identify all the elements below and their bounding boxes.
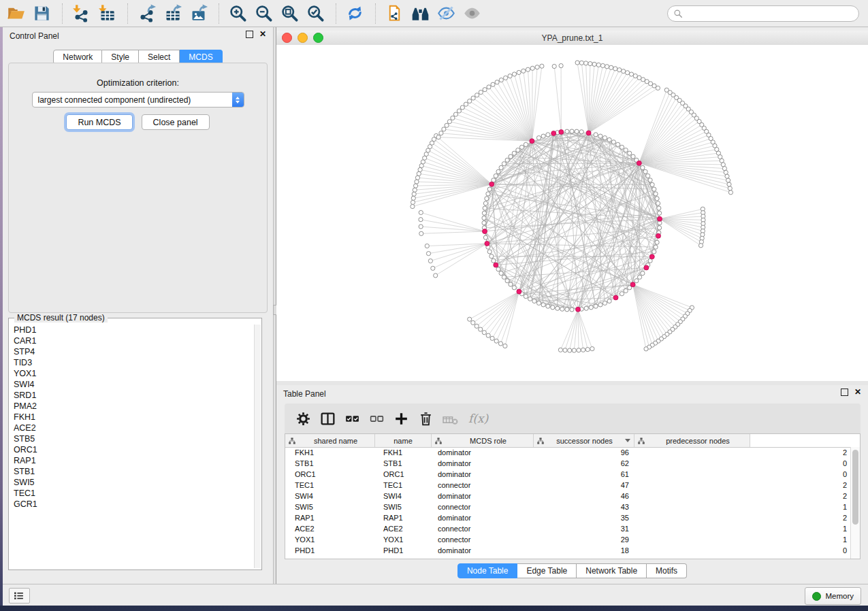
mcds-result-item[interactable]: ACE2 bbox=[10, 423, 254, 433]
network-canvas[interactable] bbox=[276, 45, 868, 381]
table-cell: connector bbox=[432, 480, 534, 491]
export-table-button[interactable] bbox=[161, 2, 186, 25]
close-window-icon[interactable] bbox=[282, 33, 292, 43]
search-input[interactable] bbox=[683, 7, 858, 20]
mcds-result-item[interactable]: STB1 bbox=[10, 466, 254, 477]
mcds-buttons-row: Run MCDS Close panel bbox=[9, 114, 267, 130]
maximize-window-icon[interactable] bbox=[313, 33, 323, 43]
table-cell: 1 bbox=[634, 523, 851, 534]
hide-selected-button[interactable] bbox=[435, 2, 460, 25]
zoom-in-button[interactable] bbox=[227, 2, 251, 25]
control-panel: Control Panel ✕ NetworkStyleSelectMCDS O… bbox=[3, 27, 273, 584]
tab-motifs[interactable]: Motifs bbox=[647, 563, 687, 578]
table-row[interactable]: TEC1TEC1connector472 bbox=[285, 480, 851, 491]
table-cell: 96 bbox=[534, 447, 634, 458]
mcds-result-item[interactable]: FKH1 bbox=[10, 412, 254, 423]
network-window: YPA_prune.txt_1 bbox=[276, 31, 868, 381]
function-builder-button[interactable]: f(x) bbox=[468, 412, 488, 425]
table-row[interactable]: SWI4SWI4dominator462 bbox=[285, 491, 851, 501]
search-objects-button[interactable] bbox=[409, 2, 434, 25]
tab-node-table[interactable]: Node Table bbox=[457, 563, 518, 578]
network-window-titlebar[interactable]: YPA_prune.txt_1 bbox=[276, 31, 868, 46]
table-row[interactable]: ORC1ORC1dominator610 bbox=[285, 469, 851, 480]
mcds-result-item[interactable]: SRD1 bbox=[10, 390, 254, 401]
float-panel-icon[interactable] bbox=[246, 31, 253, 38]
memory-button[interactable]: Memory bbox=[805, 587, 861, 605]
mcds-result-item[interactable]: STB5 bbox=[10, 433, 254, 444]
table-settings-button[interactable] bbox=[291, 406, 316, 431]
mcds-result-item[interactable]: PHD1 bbox=[10, 325, 254, 335]
table-cell: 46 bbox=[534, 491, 634, 501]
zoom-selected-button[interactable] bbox=[304, 2, 329, 25]
table-scrollbar[interactable] bbox=[850, 447, 860, 559]
table-panel-titlebar: Table Panel ✕ bbox=[276, 385, 868, 403]
mcds-result-item[interactable]: YOX1 bbox=[10, 368, 254, 379]
import-network-button[interactable] bbox=[70, 2, 95, 25]
close-table-panel-icon[interactable]: ✕ bbox=[854, 389, 861, 396]
table-row[interactable]: ACE2ACE2connector311 bbox=[285, 523, 851, 534]
mcds-result-item[interactable]: GCR1 bbox=[10, 499, 254, 510]
mcds-result-item[interactable]: STP4 bbox=[10, 346, 254, 357]
minimize-window-icon[interactable] bbox=[298, 33, 308, 43]
table-row[interactable]: FKH1FKH1dominator962 bbox=[285, 447, 851, 458]
select-all-checks-button[interactable] bbox=[340, 406, 365, 431]
duplicate-network-icon bbox=[385, 4, 406, 22]
table-cell: 47 bbox=[534, 480, 634, 491]
export-network-button[interactable] bbox=[135, 2, 160, 25]
table-row[interactable]: STB1STB1dominator620 bbox=[285, 458, 851, 469]
table-cell: dominator bbox=[432, 458, 534, 469]
table-cell: 35 bbox=[534, 512, 634, 523]
main-toolbar bbox=[0, 0, 868, 27]
table-cell: 62 bbox=[534, 458, 634, 469]
column-header-predecessor-nodes[interactable]: predecessor nodes bbox=[634, 434, 750, 447]
mcds-result-list[interactable]: PHD1CAR1STP4TID3YOX1SWI4SRD1PMA2FKH1ACE2… bbox=[10, 325, 254, 568]
mcds-result-item[interactable]: CAR1 bbox=[10, 335, 254, 346]
table-row[interactable]: PHD1PHD1dominator180 bbox=[285, 545, 851, 556]
close-panel-button[interactable]: Close panel bbox=[142, 114, 210, 130]
float-table-panel-icon[interactable] bbox=[841, 389, 848, 396]
run-mcds-button[interactable]: Run MCDS bbox=[66, 114, 132, 130]
show-hidden-button[interactable] bbox=[461, 2, 485, 25]
mcds-result-item[interactable]: PMA2 bbox=[10, 401, 254, 412]
refresh-button[interactable] bbox=[344, 2, 368, 25]
mcds-result-item[interactable]: RAP1 bbox=[10, 455, 254, 466]
show-columns-button[interactable] bbox=[316, 406, 340, 431]
zoom-out-button[interactable] bbox=[253, 2, 277, 25]
tab-network-table[interactable]: Network Table bbox=[577, 563, 647, 578]
column-header-shared-name[interactable]: shared name bbox=[285, 434, 375, 447]
import-table-button[interactable] bbox=[96, 2, 120, 25]
mcds-result-item[interactable]: SWI5 bbox=[10, 477, 254, 488]
table-row[interactable]: YOX1YOX1connector291 bbox=[285, 534, 851, 545]
duplicate-network-button[interactable] bbox=[383, 2, 408, 25]
close-panel-icon[interactable]: ✕ bbox=[259, 31, 266, 38]
table-scrollbar-thumb[interactable] bbox=[852, 450, 858, 525]
optimization-criterion-select[interactable]: largest connected component (undirected) bbox=[32, 92, 244, 108]
column-header-successor-nodes[interactable]: successor nodes bbox=[534, 434, 634, 447]
task-history-button[interactable] bbox=[9, 588, 30, 604]
node-table-body: FKH1FKH1dominator962STB1STB1dominator620… bbox=[285, 447, 851, 559]
table-cell: STB1 bbox=[375, 458, 432, 469]
zoom-fit-button[interactable] bbox=[278, 2, 303, 25]
mcds-result-item[interactable]: ORC1 bbox=[10, 444, 254, 455]
table-row[interactable]: RAP1RAP1dominator352 bbox=[285, 512, 851, 523]
deselect-all-checks-button[interactable] bbox=[365, 406, 389, 431]
search-box[interactable] bbox=[667, 5, 859, 22]
column-header-name[interactable]: name bbox=[375, 434, 432, 447]
export-image-button[interactable] bbox=[187, 2, 212, 25]
mcds-result-item[interactable]: TEC1 bbox=[10, 488, 254, 499]
open-button[interactable] bbox=[5, 2, 29, 25]
table-cell: YOX1 bbox=[375, 534, 432, 545]
column-header-mcds-role[interactable]: MCDS role bbox=[432, 434, 534, 447]
add-column-button[interactable] bbox=[389, 406, 414, 431]
mcds-list-scrollbar[interactable] bbox=[254, 325, 261, 568]
column-type-icon bbox=[435, 437, 442, 444]
table-row[interactable]: SWI5SWI5connector431 bbox=[285, 501, 851, 512]
mcds-result-item[interactable]: SWI4 bbox=[10, 379, 254, 390]
refresh-icon bbox=[346, 4, 366, 22]
table-cell: SWI5 bbox=[285, 501, 375, 512]
delete-column-button[interactable] bbox=[414, 406, 438, 431]
mcds-result-item[interactable]: TID3 bbox=[10, 357, 254, 368]
save-button[interactable] bbox=[31, 2, 55, 25]
tab-edge-table[interactable]: Edge Table bbox=[517, 563, 577, 578]
list-icon bbox=[12, 590, 25, 601]
